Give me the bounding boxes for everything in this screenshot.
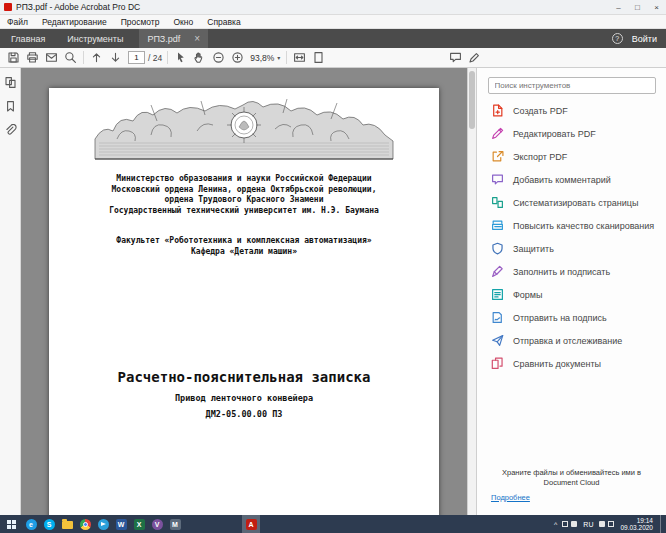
faculty-line: Факультет «Робототехника и комплексная а… <box>49 236 439 247</box>
tool-label: Сравнить документы <box>513 359 601 369</box>
vertical-scrollbar[interactable] <box>467 68 476 515</box>
window-title: РПЗ.pdf - Adobe Acrobat Pro DC <box>16 2 140 12</box>
tray-chevron-icon[interactable]: ^ <box>554 521 557 528</box>
add-comment-icon <box>491 173 504 186</box>
taskbar-app-acrobat-active[interactable]: A <box>242 515 260 533</box>
tools-panel-item-add-comment[interactable]: Добавить комментарий <box>477 168 666 191</box>
taskbar-app-telegram[interactable] <box>94 515 112 533</box>
attachments-icon[interactable] <box>3 123 18 138</box>
document-view[interactable]: Министерство образования и науки Российс… <box>21 68 467 515</box>
export-pdf-icon <box>491 150 504 163</box>
tray-icon[interactable] <box>562 521 568 527</box>
close-tab-icon[interactable]: × <box>194 33 200 44</box>
taskbar-clock[interactable]: 19:14 09.03.2020 <box>620 517 653 532</box>
help-icon[interactable]: ? <box>612 33 623 44</box>
menu-window[interactable]: Окно <box>167 17 201 27</box>
document-code: ДМ2-05.00.00 ПЗ <box>49 409 439 419</box>
toolbar: 1 / 24 93,8%▾ <box>0 48 666 68</box>
tools-search-input[interactable] <box>488 77 656 94</box>
search-icon[interactable] <box>61 49 80 67</box>
hand-tool-icon[interactable] <box>190 49 209 67</box>
telegram-icon <box>98 519 109 530</box>
start-button[interactable] <box>0 515 22 533</box>
tray-icon[interactable] <box>599 521 605 527</box>
tabbar-right: ? Войти <box>612 29 666 48</box>
next-page-icon[interactable] <box>106 49 125 67</box>
menu-edit[interactable]: Редактирование <box>35 17 114 27</box>
tools-panel-item-compare-documents[interactable]: Сравнить документы <box>477 352 666 375</box>
mail-icon: M <box>170 519 181 530</box>
clock-time: 19:14 <box>620 517 653 525</box>
taskbar-app-word[interactable]: W <box>112 515 130 533</box>
tools-panel-item-fill-sign[interactable]: Заполнить и подписать <box>477 260 666 283</box>
tool-label: Добавить комментарий <box>513 175 611 185</box>
tray-icon[interactable] <box>608 521 614 527</box>
zoom-out-icon[interactable] <box>209 49 228 67</box>
bookmarks-icon[interactable] <box>3 99 18 114</box>
fit-page-icon[interactable] <box>309 49 328 67</box>
minimize-button[interactable]: – <box>609 0 628 14</box>
excel-icon: X <box>134 519 145 530</box>
taskbar-app-excel[interactable]: X <box>130 515 148 533</box>
promo-more-link[interactable]: Подробнее <box>491 493 652 504</box>
tools-panel-item-edit-pdf[interactable]: Редактировать PDF <box>477 122 666 145</box>
fit-width-icon[interactable] <box>290 49 309 67</box>
tools-panel-item-send-for-signature[interactable]: Отправить на подпись <box>477 306 666 329</box>
comment-icon[interactable] <box>446 49 465 67</box>
sign-in-button[interactable]: Войти <box>632 34 657 44</box>
content-area: Министерство образования и науки Российс… <box>0 68 666 515</box>
acrobat-window: РПЗ.pdf - Adobe Acrobat Pro DC – □ × Фай… <box>0 0 666 533</box>
pencil-icon[interactable] <box>465 49 484 67</box>
page-header-line: Государственный технический университет … <box>49 206 439 217</box>
tools-panel-item-send-track[interactable]: Отправка и отслеживание <box>477 329 666 352</box>
language-indicator[interactable]: RU <box>583 521 593 528</box>
fill-sign-icon <box>491 265 504 278</box>
titlebar: РПЗ.pdf - Adobe Acrobat Pro DC – □ × <box>0 0 666 15</box>
maximize-button[interactable]: □ <box>628 0 647 14</box>
taskbar-app-chrome[interactable] <box>76 515 94 533</box>
taskbar-app-edge[interactable]: e <box>22 515 40 533</box>
tabbar: Главная Инструменты РПЗ.pdf × ? Войти <box>0 29 666 48</box>
select-tool-icon[interactable] <box>171 49 190 67</box>
page-header-line: Министерство образования и науки Российс… <box>49 174 439 185</box>
tray-icon[interactable] <box>571 521 577 527</box>
page-number-input[interactable]: 1 <box>128 51 145 64</box>
menu-view[interactable]: Просмотр <box>114 17 167 27</box>
system-tray: ^ RU 19:14 09.03.2020 <box>554 515 666 533</box>
page-thumbnails-icon[interactable] <box>3 75 18 90</box>
edit-pdf-icon <box>491 127 504 140</box>
show-desktop-button[interactable] <box>660 515 664 533</box>
taskbar-app-skype[interactable]: S <box>40 515 58 533</box>
tools-panel-item-enhance-scans[interactable]: Повысить качество сканирования <box>477 214 666 237</box>
page-header-line: Московский ордена Ленина, ордена Октябрь… <box>49 185 439 196</box>
scrollbar-thumb[interactable] <box>469 71 475 129</box>
taskbar-app-viber[interactable]: V <box>148 515 166 533</box>
comment-tools-group <box>446 49 484 67</box>
tab-document[interactable]: РПЗ.pdf × <box>139 29 208 48</box>
tools-panel-item-export-pdf[interactable]: Экспорт PDF <box>477 145 666 168</box>
previous-page-icon[interactable] <box>87 49 106 67</box>
tools-panel-item-create-pdf[interactable]: Создать PDF <box>477 99 666 122</box>
menu-help[interactable]: Справка <box>200 17 247 27</box>
tab-home[interactable]: Главная <box>0 29 56 48</box>
print-icon[interactable] <box>23 49 42 67</box>
pdf-page: Министерство образования и науки Российс… <box>49 88 439 515</box>
forms-icon <box>491 288 504 301</box>
zoom-level-dropdown[interactable]: 93,8%▾ <box>247 53 283 63</box>
tool-label: Заполнить и подписать <box>513 267 610 277</box>
tools-panel-item-forms[interactable]: Формы <box>477 283 666 306</box>
zoom-in-icon[interactable] <box>228 49 247 67</box>
tools-panel-item-protect[interactable]: Защитить <box>477 237 666 260</box>
menu-file[interactable]: Файл <box>0 17 35 27</box>
enhance-scans-icon <box>491 219 504 232</box>
taskbar-app-mail[interactable]: M <box>166 515 184 533</box>
close-button[interactable]: × <box>647 0 666 14</box>
document-subtitle: Привод ленточного конвейера <box>49 393 439 403</box>
tab-tools[interactable]: Инструменты <box>56 29 134 48</box>
tools-panel-item-organize-pages[interactable]: Систематизировать страницы <box>477 191 666 214</box>
taskbar-app-file-explorer[interactable] <box>58 515 76 533</box>
tab-home-label: Главная <box>11 34 45 44</box>
menubar: Файл Редактирование Просмотр Окно Справк… <box>0 15 666 29</box>
email-icon[interactable] <box>42 49 61 67</box>
save-icon[interactable] <box>4 49 23 67</box>
